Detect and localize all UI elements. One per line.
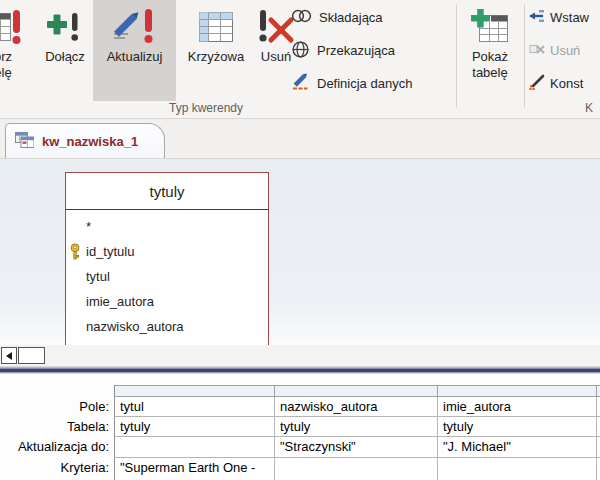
row-label-kryteria: Kryteria:: [0, 458, 114, 480]
grid-cell-field-1[interactable]: tytul: [114, 397, 275, 417]
ribbon: órzelę Dołącz: [0, 0, 600, 119]
grid-corner: [0, 385, 114, 397]
delete-query-icon: [256, 7, 296, 47]
grid-cell-criteria-3[interactable]: [438, 458, 597, 480]
data-definition-label: Definicja danych: [317, 76, 412, 91]
union-query-item[interactable]: Składająca: [291, 1, 412, 34]
show-table-button[interactable]: Pokażtabelę: [458, 0, 522, 101]
append-label: Dołącz: [45, 49, 85, 65]
update-pencil-icon: [112, 7, 158, 47]
builder-wand-icon: [529, 74, 545, 93]
field-row-nazwisko-autora[interactable]: nazwisko_autora: [66, 314, 268, 339]
data-definition-query-item[interactable]: Definicja danych: [291, 67, 412, 100]
scroll-left-button[interactable]: [1, 347, 17, 364]
document-tab-bar: kw_nazwiska_1: [0, 119, 600, 159]
insert-rows-item[interactable]: Wstaw: [529, 1, 600, 34]
builder-item[interactable]: Konst: [529, 67, 600, 100]
query-setup-group-label: K: [585, 101, 593, 115]
query-design-pane: tytuly * id_tytulu tytul imie_aut: [0, 159, 600, 345]
insert-rows-icon: [529, 9, 545, 26]
row-label-tabela: Tabela:: [0, 417, 114, 437]
column-selector[interactable]: [438, 385, 597, 397]
query-grid: Pole: tytul nazwisko_autora imie_autora …: [0, 385, 600, 480]
horizontal-scrollbar: [0, 345, 600, 366]
query-object-icon: [15, 132, 34, 151]
grid-cell-table-3[interactable]: tytuly: [438, 417, 597, 437]
make-table-query-button[interactable]: órzelę: [0, 0, 42, 101]
pass-through-query-item[interactable]: Przekazująca: [291, 34, 412, 67]
access-query-design-window: órzelę Dołącz: [0, 0, 600, 480]
scrollbar-thumb[interactable]: [18, 347, 45, 364]
field-list-tytuly: tytuly * id_tytulu tytul imie_aut: [65, 172, 269, 345]
insert-rows-label: Wstaw: [550, 10, 589, 25]
query-type-menu-column: Składająca Przekazująca: [291, 1, 412, 100]
delete-rows-label: Usuń: [550, 43, 580, 58]
grid-cell-criteria-2[interactable]: [275, 458, 438, 480]
show-table-label: Pokażtabelę: [472, 49, 508, 81]
delete-rows-icon: [529, 42, 545, 59]
column-selector[interactable]: [114, 385, 275, 397]
column-selector[interactable]: [275, 385, 438, 397]
grid-cell-criteria-1[interactable]: "Superman Earth One -: [114, 458, 275, 480]
crosstab-query-button[interactable]: Krzyżowa: [178, 0, 254, 101]
delete-label: Usuń: [261, 49, 291, 65]
union-label: Składająca: [319, 10, 383, 25]
builder-label: Konst: [550, 76, 583, 91]
field-list-fields: * id_tytulu tytul imie_autora nazwisko_a: [66, 210, 268, 339]
append-icon: [46, 7, 84, 47]
crosstab-icon: [199, 7, 233, 47]
row-label-aktualizacja-do: Aktualizacja do:: [0, 437, 114, 458]
crosstab-label: Krzyżowa: [188, 49, 244, 65]
pass-through-label: Przekazująca: [317, 43, 395, 58]
field-row-id-tytulu[interactable]: id_tytulu: [66, 239, 268, 264]
field-list-title[interactable]: tytuly: [66, 173, 268, 210]
append-query-button[interactable]: Dołącz: [38, 0, 92, 101]
delete-rows-item[interactable]: Usuń: [529, 34, 600, 67]
query-grid-pane: Pole: tytul nazwisko_autora imie_autora …: [0, 374, 600, 480]
ribbon-separator: [524, 4, 525, 108]
field-row-tytul[interactable]: tytul: [66, 264, 268, 289]
tab-kw-nazwiska-1[interactable]: kw_nazwiska_1: [5, 123, 165, 158]
query-setup-column: Wstaw Usuń: [529, 1, 600, 100]
field-row-imie-autora[interactable]: imie_autora: [66, 289, 268, 314]
query-type-group-label: Typ kwerendy: [0, 101, 412, 115]
left-arrow-icon: [6, 352, 12, 360]
row-label-pole: Pole:: [0, 397, 114, 417]
globe-icon: [291, 40, 310, 62]
grid-cell-table-2[interactable]: tytuly: [275, 417, 438, 437]
field-row-asterisk[interactable]: *: [66, 214, 268, 239]
grid-cell-updateto-3[interactable]: "J. Michael": [438, 437, 597, 458]
grid-cell-field-3[interactable]: imie_autora: [438, 397, 597, 417]
data-definition-pencil-icon: [291, 73, 310, 94]
make-table-icon: [0, 7, 26, 47]
show-table-icon: [470, 7, 510, 47]
pane-splitter[interactable]: [0, 366, 600, 374]
union-icon: [291, 7, 312, 28]
update-label: Aktualizuj: [107, 49, 163, 65]
grid-cell-updateto-2[interactable]: "Straczynski": [275, 437, 438, 458]
ribbon-separator: [456, 4, 457, 108]
make-table-label: órzelę: [0, 49, 12, 81]
grid-cell-table-1[interactable]: tytuly: [114, 417, 275, 437]
update-query-button[interactable]: Aktualizuj: [93, 0, 176, 101]
tab-title: kw_nazwiska_1: [42, 134, 138, 149]
grid-cell-field-2[interactable]: nazwisko_autora: [275, 397, 438, 417]
grid-cell-updateto-1[interactable]: [114, 437, 275, 458]
